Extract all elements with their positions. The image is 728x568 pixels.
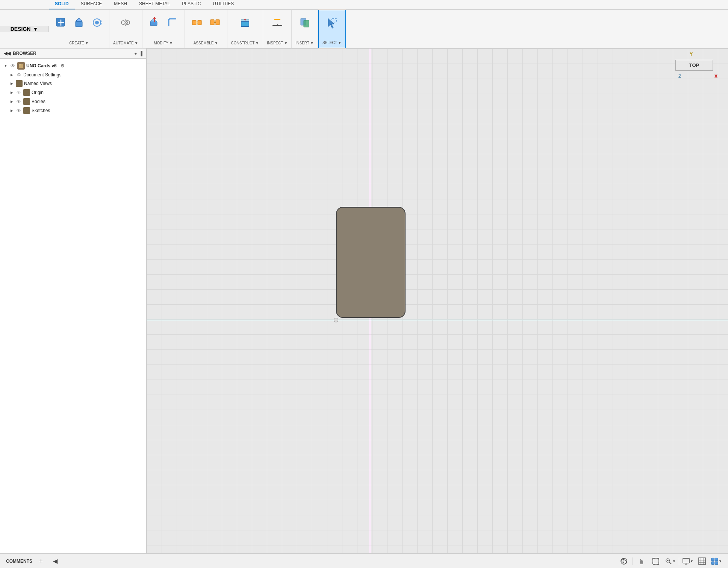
modify-icons — [146, 13, 181, 32]
offset-plane-button[interactable] — [237, 13, 253, 32]
svg-rect-45 — [640, 560, 641, 563]
tree-arrow-sketches: ▶ — [9, 108, 14, 113]
svg-point-6 — [95, 21, 99, 24]
tree-item-sketches[interactable]: ▶ 👁 Sketches — [0, 106, 146, 115]
construct-group: CONSTRUCT ▼ — [227, 10, 263, 48]
tree-folder-sketches — [23, 107, 30, 114]
browser-controls: ● ▐ — [134, 51, 142, 56]
automate-button[interactable] — [117, 13, 134, 32]
modify-chevron: ▼ — [169, 41, 173, 45]
create-label[interactable]: CREATE ▼ — [69, 41, 89, 45]
tree-label-root: UNO Cards v6 — [26, 63, 57, 68]
tab-sheet-metal[interactable]: SHEET METAL — [133, 0, 176, 9]
svg-rect-11 — [150, 22, 157, 26]
push-pull-icon — [148, 17, 160, 29]
svg-rect-15 — [192, 20, 196, 25]
tab-solid[interactable]: SOLID — [49, 0, 75, 9]
axis-z-label: Z — [678, 74, 681, 79]
add-comment-button[interactable]: ＋ — [35, 556, 47, 566]
tree-item-doc-settings[interactable]: ▶ ⚙ Document Settings — [0, 71, 146, 79]
tree-item-origin[interactable]: ▶ 👁 Origin — [0, 88, 146, 97]
design-label: DESIGN — [11, 26, 31, 32]
main-area: ◀◀ BROWSER ● ▐ ▼ 👁 UNO Cards v6 ⚙ ▶ — [0, 49, 728, 553]
svg-marker-25 — [241, 21, 249, 26]
push-pull-button[interactable] — [146, 13, 163, 32]
tree-arrow-named-views: ▶ — [9, 81, 14, 86]
axis-y-label: Y — [690, 52, 693, 57]
viewport[interactable]: TOP Y Z X — [147, 49, 728, 553]
svg-marker-12 — [150, 18, 157, 22]
select-button[interactable] — [324, 13, 340, 33]
svg-rect-3 — [76, 21, 82, 27]
measure-icon — [271, 17, 283, 29]
orbit-tool-button[interactable] — [618, 556, 630, 566]
collapse-comments-button[interactable]: ◀ — [50, 556, 61, 566]
tree-label-named-views: Named Views — [24, 81, 52, 86]
create-icons — [53, 13, 105, 32]
offset-plane-icon — [239, 17, 251, 29]
insert-chevron: ▼ — [310, 41, 314, 45]
tab-plastic[interactable]: PLASTIC — [176, 0, 207, 9]
3d-card-body[interactable] — [336, 207, 406, 318]
tree-gear-doc: ⚙ — [16, 72, 22, 78]
view-cube-top[interactable]: TOP — [675, 60, 713, 71]
tree-arrow-bodies: ▶ — [9, 99, 14, 104]
select-label[interactable]: SELECT ▼ — [322, 41, 342, 45]
tree-eye-sketches[interactable]: 👁 — [16, 108, 22, 114]
tree-eye-bodies[interactable]: 👁 — [16, 99, 22, 105]
tree-item-named-views[interactable]: ▶ Named Views — [0, 79, 146, 88]
inspect-chevron: ▼ — [284, 41, 288, 45]
browser-expand-icon[interactable]: ▐ — [139, 51, 142, 56]
tab-utilities[interactable]: UTILITIES — [207, 0, 240, 9]
tree-eye-origin[interactable]: 👁 — [16, 90, 22, 96]
insert-button[interactable] — [297, 13, 313, 32]
tree-item-bodies[interactable]: ▶ 👁 Bodies — [0, 97, 146, 106]
assemble-label[interactable]: ASSEMBLE ▼ — [194, 41, 218, 45]
pan-tool-button[interactable] — [636, 556, 647, 566]
construct-chevron: ▼ — [255, 41, 259, 45]
design-button[interactable]: DESIGN ▼ — [0, 26, 49, 32]
tab-mesh[interactable]: MESH — [108, 0, 133, 9]
automate-label[interactable]: AUTOMATE ▼ — [113, 41, 138, 45]
origin-dot — [334, 318, 338, 322]
revolve-button[interactable] — [89, 13, 105, 32]
modify-label[interactable]: MODIFY ▼ — [154, 41, 173, 45]
tab-surface[interactable]: SURFACE — [75, 0, 108, 9]
browser-pin-icon[interactable]: ● — [134, 51, 137, 56]
insert-group: INSERT ▼ — [292, 10, 318, 48]
measure-button[interactable] — [269, 13, 286, 32]
tree-eye-root[interactable]: 👁 — [10, 63, 16, 69]
zoom-fit-button[interactable] — [650, 556, 661, 566]
inspect-icons — [269, 13, 286, 32]
construct-label[interactable]: CONSTRUCT ▼ — [231, 41, 259, 45]
zoom-window-button[interactable]: ▼ — [664, 556, 676, 566]
fillet-button[interactable] — [164, 13, 181, 32]
svg-marker-37 — [328, 18, 334, 28]
browser-collapse-icon[interactable]: ◀◀ — [4, 51, 11, 56]
view-cube: TOP Y Z X — [675, 60, 713, 97]
extrude-button[interactable] — [71, 13, 87, 32]
svg-marker-18 — [196, 21, 198, 24]
tree-label-sketches: Sketches — [32, 108, 50, 113]
svg-rect-49 — [640, 563, 643, 564]
tree-item-root[interactable]: ▼ 👁 UNO Cards v6 ⚙ — [0, 61, 146, 71]
tree-folder-root — [17, 62, 25, 70]
automate-group: AUTOMATE ▼ — [109, 10, 142, 48]
svg-rect-38 — [332, 18, 336, 23]
rigid-group-button[interactable] — [207, 13, 223, 32]
inspect-label[interactable]: INSPECT ▼ — [267, 41, 288, 45]
joint-button[interactable] — [189, 13, 205, 32]
tools-row: DESIGN ▼ — [0, 10, 728, 48]
tree-gear-root[interactable]: ⚙ — [60, 63, 66, 69]
display-settings-button[interactable]: ▼ — [682, 556, 693, 566]
modify-group: MODIFY ▼ — [142, 10, 185, 48]
automate-icon — [120, 17, 132, 29]
insert-label[interactable]: INSERT ▼ — [295, 41, 313, 45]
insert-icon — [299, 17, 311, 29]
svg-rect-19 — [210, 20, 214, 25]
pan-icon — [637, 557, 646, 565]
new-component-button[interactable] — [53, 13, 69, 32]
grid-toggle-button[interactable] — [696, 556, 708, 566]
view-options-button[interactable]: ▼ — [711, 556, 722, 566]
tabs-row: SOLID SURFACE MESH SHEET METAL PLASTIC U… — [0, 0, 728, 10]
